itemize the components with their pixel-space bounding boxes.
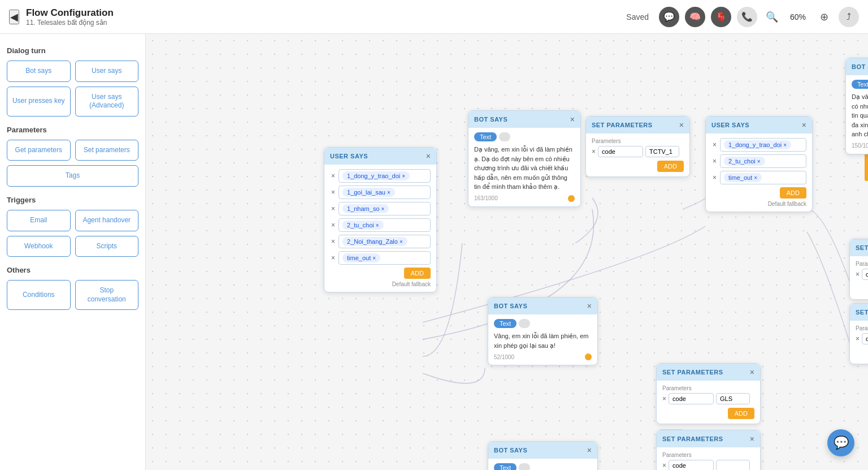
set-params-top-body: Parameters × ADD — [586, 133, 689, 176]
param-key-r1[interactable] — [862, 269, 868, 280]
zoom-in-button[interactable]: ⊕ — [815, 8, 833, 26]
tag-remove-1[interactable]: × — [330, 172, 336, 180]
tag-row-4: × 2_tu_choi × — [330, 218, 431, 232]
bot-says-center-header: BOT SAYS × — [468, 111, 580, 128]
param-remove-b1[interactable]: × — [662, 395, 666, 403]
tag-row-1: × 1_dong_y_trao_doi × — [330, 169, 431, 183]
tag-1goi: 1_goi_lai_sau × — [342, 188, 395, 197]
user-says-right-close[interactable]: × — [802, 121, 806, 129]
webhook-button[interactable]: Webhook — [7, 236, 71, 257]
tag-r2tu: 2_tu_choi × — [724, 157, 765, 166]
tag-input-4[interactable]: 2_tu_choi × — [338, 218, 431, 232]
param-remove-1[interactable]: × — [592, 148, 596, 156]
tag-input-r1[interactable]: 1_dong_y_trao_doi × — [720, 138, 806, 152]
bot-says-bottom-close[interactable]: × — [587, 446, 592, 454]
triggers-buttons: Email Agent handover Webhook Scripts — [7, 210, 138, 257]
tag-input-3[interactable]: 1_nham_so × — [338, 202, 431, 215]
tag-input-1[interactable]: 1_dong_y_trao_doi × — [338, 169, 431, 183]
agent-handover-button[interactable]: Agent handover — [75, 210, 139, 231]
tag-input-6[interactable]: time_out × — [338, 251, 431, 265]
tab-other[interactable] — [499, 132, 510, 141]
tab-text-active[interactable]: Text — [474, 132, 497, 141]
bot-says-center-close[interactable]: × — [570, 115, 575, 123]
tab-text-bot[interactable]: Text — [494, 463, 517, 470]
tab-other-bot[interactable] — [519, 463, 530, 470]
set-params-bottom2-close[interactable]: × — [750, 435, 754, 443]
tag-remove-3[interactable]: × — [330, 205, 336, 213]
parameters-buttons: Get parameters Set parameters Tags — [7, 140, 138, 187]
email-button[interactable]: Email — [7, 210, 71, 231]
set-params-right2-node: SET PARAMETERS × Parameters × ADD — [849, 303, 868, 364]
tag-input-r3[interactable]: time_out × — [720, 171, 806, 184]
comment-icon-btn[interactable]: 💬 — [659, 7, 679, 27]
user-says-left-add[interactable]: ADD — [404, 268, 431, 279]
set-params-top-add[interactable]: ADD — [657, 161, 684, 172]
user-presses-key-button[interactable]: User presses key — [7, 87, 71, 117]
bot-says-center2-close[interactable]: × — [587, 302, 592, 310]
param-val-b2[interactable] — [716, 460, 750, 470]
tag-remove-r1[interactable]: × — [711, 141, 718, 149]
user-says-button[interactable]: User says — [75, 61, 139, 82]
export-icon-btn[interactable]: ⤴ — [839, 7, 859, 27]
heart-icon-btn[interactable]: 🫀 — [711, 7, 731, 27]
tag-remove-4[interactable]: × — [330, 221, 336, 229]
chat-fab-button[interactable]: 💬 — [827, 429, 854, 456]
bot-says-center2-text: Vâng, em xin lỗi đã làm phiền, em xin ph… — [494, 331, 592, 350]
user-says-left-body: × 1_dong_y_trao_doi × × 1_goi_lai_sau × … — [324, 165, 436, 292]
tab-other-c2[interactable] — [519, 319, 530, 328]
bot-says-center-title: BOT SAYS — [474, 116, 507, 123]
bot-says-bottom-body: Text — [488, 459, 597, 470]
tab-text-c2[interactable]: Text — [494, 319, 517, 328]
param-key-b2[interactable] — [669, 460, 714, 470]
param-val-gls[interactable] — [716, 393, 750, 404]
header-left: ◀ Flow Configuration 11. Telesales bất đ… — [9, 7, 114, 27]
user-says-right-add[interactable]: ADD — [780, 187, 806, 199]
back-button[interactable]: ◀ — [9, 10, 19, 24]
param-row-b2: × — [662, 460, 754, 470]
tag-remove-2[interactable]: × — [330, 188, 336, 196]
param-remove-b2[interactable]: × — [662, 462, 666, 469]
tag-input-r2[interactable]: 2_tu_choi × — [720, 154, 806, 168]
user-says-advanced-button[interactable]: User says (Advanced) — [75, 87, 139, 117]
tag-remove-r2[interactable]: × — [711, 157, 718, 165]
params-label-b2: Parameters — [662, 452, 754, 458]
param-key-r2[interactable] — [862, 333, 868, 344]
set-params-bottom1-add[interactable]: ADD — [728, 408, 754, 419]
param-val-tctv[interactable] — [645, 146, 679, 157]
bot-says-right-top-text: Dạ vâng, nếu hiện tại mình chưa có nhu c… — [852, 92, 868, 139]
param-key-code[interactable] — [598, 146, 643, 157]
set-params-top-close[interactable]: × — [679, 121, 684, 129]
get-parameters-button[interactable]: Get parameters — [7, 140, 71, 161]
tags-button[interactable]: Tags — [7, 165, 138, 187]
param-remove-r2[interactable]: × — [856, 335, 860, 343]
tag-row-6: × time_out × — [330, 251, 431, 265]
params-label-b1: Parameters — [662, 385, 754, 391]
section-triggers: Triggers — [7, 196, 138, 204]
param-key-b1[interactable] — [669, 393, 714, 404]
tab-text-rt[interactable]: Text — [852, 80, 868, 89]
bot-says-button[interactable]: Bot says — [7, 61, 71, 82]
stop-conversation-button[interactable]: Stop conversation — [75, 280, 139, 310]
tag-row-2: × 1_goi_lai_sau × — [330, 186, 431, 199]
tag-input-2[interactable]: 1_goi_lai_sau × — [338, 186, 431, 199]
tag-remove-r3[interactable]: × — [711, 174, 718, 182]
tag-remove-5[interactable]: × — [330, 238, 336, 245]
app-header: ◀ Flow Configuration 11. Telesales bất đ… — [0, 0, 868, 34]
conditions-button[interactable]: Conditions — [7, 280, 71, 310]
brain-icon-btn[interactable]: 🧠 — [685, 7, 705, 27]
phone-icon-btn[interactable]: 📞 — [737, 7, 757, 27]
header-right: Saved 💬 🧠 🫀 📞 🔍 60% ⊕ ⤴ — [626, 7, 859, 27]
user-says-left-close[interactable]: × — [426, 152, 431, 160]
tag-input-5[interactable]: 2_Noi_thang_Zalo × — [338, 235, 431, 248]
set-params-bottom1-close[interactable]: × — [750, 368, 754, 376]
zoom-out-button[interactable]: 🔍 — [763, 8, 781, 26]
tag-remove-6[interactable]: × — [330, 254, 336, 262]
param-remove-r1[interactable]: × — [856, 270, 860, 278]
set-parameters-button[interactable]: Set parameters — [75, 140, 139, 161]
tag-row-5: × 2_Noi_thang_Zalo × — [330, 235, 431, 248]
dialog-turn-buttons: Bot says User says User presses key User… — [7, 61, 138, 117]
sidebar: Dialog turn Bot says User says User pres… — [0, 34, 146, 470]
bot-says-center-node: BOT SAYS × Text Dạ vâng, em xin lỗi vì đ… — [468, 110, 581, 207]
section-others: Others — [7, 266, 138, 274]
scripts-button[interactable]: Scripts — [75, 236, 139, 257]
